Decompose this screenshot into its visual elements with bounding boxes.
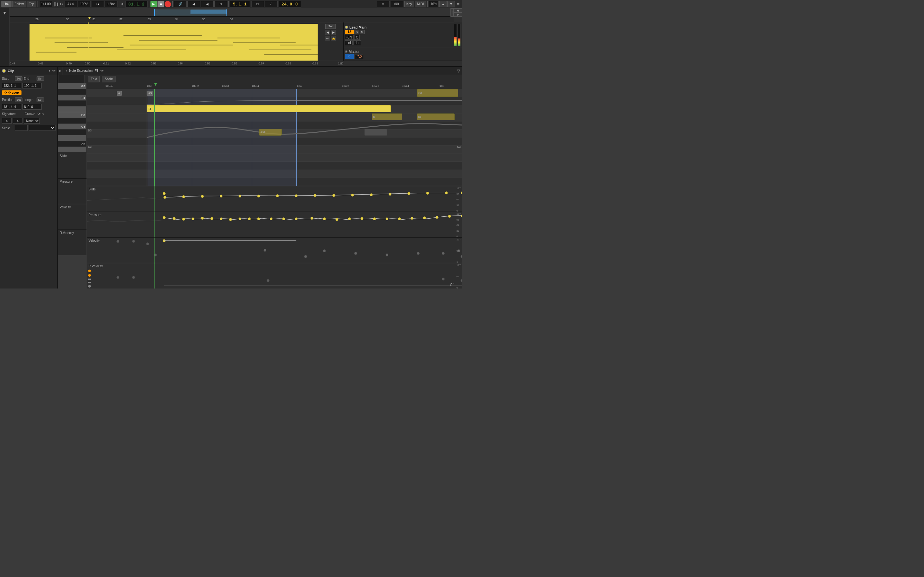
groove-settings-icon[interactable]: ▷ [42,112,44,116]
midi-btn[interactable]: MIDI [415,1,426,7]
follow-button[interactable]: Follow [12,1,26,7]
metronome-display[interactable]: ○● [91,1,104,7]
tap-button[interactable]: Tap [27,1,36,7]
piano-key-G3[interactable]: G3 [58,83,86,89]
bpm-display[interactable]: 141.00 [39,1,52,7]
clip-icon3[interactable]: ◀ [201,1,214,7]
key-btn[interactable]: Key [404,1,414,7]
pr-tick-185: 185 [439,84,444,87]
s-btn[interactable]: S [355,30,359,34]
zoom-out-btn[interactable]: ▼ [447,1,455,7]
pr-selection-region [147,89,297,186]
right-icon1[interactable]: ✏ [376,1,389,7]
resize-handle[interactable]: ⋮ [451,8,454,17]
bar-indicator3 [57,3,58,6]
pr-tick-1833: 183.3 [222,84,229,87]
pr-collapse-btn[interactable]: ▶ [59,69,61,73]
scale-input[interactable] [15,125,27,131]
groove-label: Groove [25,112,36,116]
clip-icon2[interactable]: ◀ [187,1,200,7]
clip-icon4[interactable]: ⊙ [214,1,227,7]
loop-btn[interactable]: ⟳ ⟳ Loop [2,90,21,95]
time-049: 0:49 [66,62,72,65]
play-button[interactable]: ▶ [150,1,157,7]
arr-icon1[interactable]: □ [251,1,264,7]
end-val[interactable]: 190. 1. 1 [23,83,42,89]
hamburger-menu[interactable]: ≡ [456,2,461,7]
piano-key-C3[interactable]: C3 [58,124,86,129]
right-icon2[interactable]: ⌨ [390,1,403,7]
zoom-in-btn[interactable]: ▲ [439,1,447,7]
ruler-30: 30 [66,18,69,21]
pr-edit-icon[interactable]: ✏ [100,69,103,73]
bar-indicator5 [60,3,61,5]
scale-btn[interactable]: Scale [102,76,115,82]
overview-strip[interactable]: H V ⋮ [10,8,462,17]
yellow-clip[interactable] [29,24,342,61]
arr-collapse-btn[interactable]: ▼ [3,10,7,15]
piano-key-F3[interactable]: F3 [58,95,86,101]
svg-point-24 [370,193,373,196]
loop-region[interactable] [191,10,227,14]
sig-denominator[interactable]: 4 [13,118,23,124]
note-value: F3 [95,69,99,73]
arr-left-controls: ▼ [0,8,10,66]
piano-key-Fs3[interactable] [58,89,86,95]
svg-point-62 [146,243,149,245]
pos-set-btn[interactable]: Set [15,97,23,102]
clip-dot [2,69,6,73]
len-set-btn[interactable]: Set [37,97,44,102]
scale-type-select[interactable] [29,125,55,131]
start-val[interactable]: 182. 1. 1 [2,83,21,89]
arr-icons: □ / [251,1,278,7]
rv-0: 0 [457,286,461,288]
piano-key-B2[interactable] [58,129,86,135]
piano-key-E3[interactable] [58,101,86,106]
h-btn[interactable]: H [454,8,462,13]
pos-val[interactable]: 181. 4. 4 [2,104,21,110]
clip-edit-icon[interactable]: ✏ [52,69,55,73]
svg-point-69 [355,252,357,255]
track-vol[interactable]: 12 [345,30,354,34]
set-button[interactable]: Set [325,24,336,29]
m-btn[interactable]: M [360,30,365,34]
sig-numerator[interactable]: 4 [2,118,11,124]
timesig-display[interactable]: 4 / 4 [64,1,77,7]
stop-button[interactable]: ■ [158,1,164,7]
zoom-display[interactable]: 100% [78,1,90,7]
svg-point-53 [398,218,401,220]
pencil-icon[interactable]: ✏ [325,36,330,41]
arr-pos: 5. 1. 1 [230,1,250,8]
piano-key-A2[interactable]: A2 [58,141,86,147]
note-f3-main[interactable]: F3 [147,105,391,113]
arr-icon2[interactable]: / [265,1,278,7]
len-val[interactable]: 8. 0. 0 [23,104,42,110]
master-val1[interactable]: 0 [345,54,354,59]
link-button[interactable]: Link [1,1,11,7]
loop-len-display[interactable]: 1 Bar [105,1,118,7]
pr-grid[interactable]: A A3 G3 F3 E E3 -D3 D3 [87,89,462,186]
set-next-btn[interactable]: ▶ [331,30,336,35]
piano-key-Cs3[interactable] [58,118,86,124]
clip-note-icon[interactable]: ♪ [48,69,50,73]
lock-icon[interactable]: 🔒 [331,36,336,41]
groove-icon[interactable]: ⟳ [37,112,40,116]
svg-point-42 [257,218,260,220]
pressure-127: 127 [457,213,461,215]
piano-key-D3[interactable]: D3 [58,112,86,118]
sep6 [427,1,428,7]
pr-chevron-icon[interactable]: ▽ [457,69,460,73]
end-set-btn[interactable]: Set [37,76,44,81]
clip-icon1[interactable]: 🔗 [174,1,187,7]
piano-key-Eb3[interactable] [58,106,86,112]
v-btn[interactable]: V [454,13,462,17]
fold-btn[interactable]: Fold [88,76,100,82]
record-button[interactable] [165,1,171,7]
piano-key-Bb2[interactable] [58,135,86,141]
groove-select[interactable]: None [24,118,40,124]
piano-key-Ab2[interactable] [58,147,86,153]
rv-icon-5 [88,285,91,287]
set-prev-btn[interactable]: ◀ [325,30,330,35]
start-set-btn[interactable]: Set [15,76,23,81]
svg-point-79 [267,279,270,282]
